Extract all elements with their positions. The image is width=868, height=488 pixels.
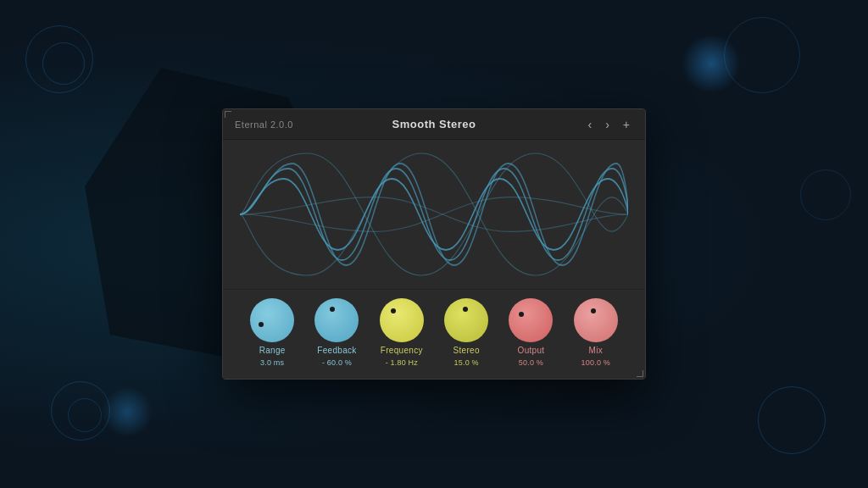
plugin-version-label: Eternal 2.0.0 — [235, 119, 293, 130]
mix-knob-container: Mix 100.0 % — [574, 298, 618, 367]
mix-knob-label: Mix — [589, 346, 603, 355]
frequency-knob-value: - 1.80 Hz — [386, 358, 418, 367]
output-knob-value: 50.0 % — [519, 358, 543, 367]
corner-tl — [225, 111, 231, 118]
stereo-knob-container: Stereo 15.0 % — [444, 298, 488, 367]
nav-add-button[interactable]: + — [620, 117, 633, 132]
bg-circle-7 — [800, 169, 851, 220]
plugin-preset-name: Smooth Stereo — [392, 118, 476, 130]
plugin-nav-controls: ‹ › + — [584, 117, 633, 132]
range-knob-value: 3.0 ms — [260, 358, 284, 367]
mix-knob[interactable] — [574, 298, 618, 342]
stereo-knob-label: Stereo — [453, 346, 480, 355]
frequency-knob-container: Frequency - 1.80 Hz — [380, 298, 424, 367]
output-knob[interactable] — [509, 298, 553, 342]
frequency-knob-label: Frequency — [381, 346, 423, 355]
range-knob-label: Range — [259, 346, 286, 355]
plugin-window: Eternal 2.0.0 Smooth Stereo ‹ › + — [222, 108, 646, 380]
feedback-knob-container: Feedback - 60.0 % — [314, 298, 359, 367]
nav-prev-button[interactable]: ‹ — [584, 117, 595, 132]
bg-circle-2 — [42, 42, 85, 85]
range-knob-container: Range 3.0 ms — [250, 298, 294, 367]
output-knob-label: Output — [518, 346, 545, 355]
plugin-header: Eternal 2.0.0 Smooth Stereo ‹ › + — [223, 109, 645, 140]
bg-circle-5 — [68, 398, 102, 432]
feedback-knob-label: Feedback — [317, 346, 356, 355]
output-knob-container: Output 50.0 % — [509, 298, 553, 367]
stereo-knob[interactable] — [444, 298, 488, 342]
knobs-area: Range 3.0 ms Feedback - 60.0 % Frequency… — [223, 289, 645, 379]
mix-knob-value: 100.0 % — [581, 358, 610, 367]
bg-orb-1 — [682, 34, 741, 93]
bg-circle-6 — [758, 386, 826, 454]
bg-orb-2 — [102, 386, 153, 437]
stereo-knob-value: 15.0 % — [454, 358, 479, 367]
range-knob[interactable] — [250, 298, 294, 342]
nav-next-button[interactable]: › — [602, 117, 613, 132]
corner-br — [637, 370, 643, 377]
feedback-knob-value: - 60.0 % — [322, 358, 352, 367]
frequency-knob[interactable] — [380, 298, 424, 342]
waveform-display — [223, 140, 645, 289]
feedback-knob[interactable] — [314, 298, 359, 342]
